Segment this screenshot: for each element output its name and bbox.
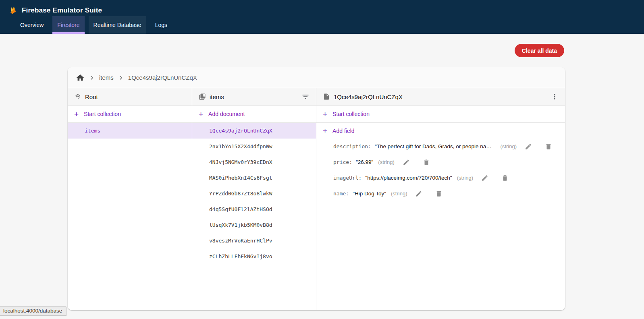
add-document-label: Add document xyxy=(208,111,245,117)
document-list: 1Qce4s9aj2rQLnUnCZqX2nx1bYo15X2X44dfpnWw… xyxy=(192,123,316,264)
chevron-right-icon xyxy=(88,74,96,82)
document-list-item[interactable]: YrPZdd0Gb87Zt8o8lwkW xyxy=(192,186,316,201)
root-panel: Root + Start collection items xyxy=(68,88,192,310)
add-icon: + xyxy=(323,127,327,135)
filter-documents-button[interactable] xyxy=(301,92,310,102)
delete-field-button[interactable] xyxy=(544,142,553,151)
document-list-item[interactable]: zCLhZhLLFhEkNGvIj8vo xyxy=(192,249,316,264)
field-row: price:"26.99"(string) xyxy=(316,154,565,170)
field-row: description:"The perfect gift for Dads, … xyxy=(316,139,565,154)
tab-label: Firestore xyxy=(57,22,79,28)
root-panel-title: Root xyxy=(85,93,98,100)
tab-overview[interactable]: Overview xyxy=(15,16,48,34)
field-name: name: xyxy=(333,191,349,197)
start-collection-button[interactable]: + Start collection xyxy=(68,106,192,123)
document-list-item[interactable]: lUsqXk7V1jkb5KM0vB8d xyxy=(192,217,316,233)
trash-icon xyxy=(423,159,430,166)
tab-firestore[interactable]: Firestore xyxy=(52,16,84,34)
firestore-icon xyxy=(74,93,81,100)
document-list-item[interactable]: v8veszMrVoKaEnrHClPv xyxy=(192,233,316,249)
field-value: "Hip Dog Toy" xyxy=(353,191,386,197)
delete-field-button[interactable] xyxy=(434,189,443,198)
add-icon: + xyxy=(74,110,79,118)
add-field-button[interactable]: + Add field xyxy=(316,123,565,139)
edit-icon xyxy=(481,174,488,182)
add-icon: + xyxy=(323,110,327,118)
field-value: "https://placeimg.com/720/700/tech" xyxy=(365,175,452,181)
field-row: imageUrl:"https://placeimg.com/720/700/t… xyxy=(316,170,565,186)
collection-list-item[interactable]: items xyxy=(68,123,192,139)
edit-icon xyxy=(525,143,532,150)
document-menu-button[interactable] xyxy=(550,92,559,102)
breadcrumb-segment[interactable]: 1Qce4s9aj2rQLnUnCZqX xyxy=(128,74,197,81)
trash-icon xyxy=(501,174,509,182)
edit-field-button[interactable] xyxy=(480,174,489,182)
collection-icon xyxy=(199,93,206,100)
document-panel-title: 1Qce4s9aj2rQLnUnCZqX xyxy=(334,93,403,100)
chevron-right-icon xyxy=(117,74,125,82)
tab-label: Logs xyxy=(155,22,167,28)
tab-realtime-database[interactable]: Realtime Database xyxy=(89,16,146,34)
collection-panel-header: items xyxy=(192,88,316,106)
delete-field-button[interactable] xyxy=(501,174,509,182)
field-type-label: (string) xyxy=(378,159,394,165)
trash-icon xyxy=(435,190,442,197)
start-collection-label: Start collection xyxy=(84,111,121,117)
filter-icon xyxy=(301,93,310,101)
app-header: Firebase Emulator Suite OverviewFirestor… xyxy=(0,0,644,34)
edit-field-button[interactable] xyxy=(524,142,533,151)
home-icon xyxy=(76,73,85,82)
app-title: Firebase Emulator Suite xyxy=(22,6,102,14)
edit-icon xyxy=(415,190,422,197)
edit-field-button[interactable] xyxy=(414,189,423,198)
doc-start-collection-label: Start collection xyxy=(332,111,370,117)
collection-panel: items + Add document 1Qce4s9aj2rQLnUnCZq… xyxy=(192,88,316,310)
field-type-label: (string) xyxy=(457,175,473,181)
document-list-item[interactable]: 4NJvj5NGMv0rY39cEDnX xyxy=(192,154,316,170)
field-row: name:"Hip Dog Toy"(string) xyxy=(316,186,565,201)
delete-field-button[interactable] xyxy=(422,158,431,167)
root-panel-header: Root xyxy=(68,88,192,106)
tab-logs[interactable]: Logs xyxy=(150,16,172,34)
add-document-button[interactable]: + Add document xyxy=(192,106,316,123)
document-panel-header: 1Qce4s9aj2rQLnUnCZqX xyxy=(316,88,565,106)
firebase-logo-icon xyxy=(9,6,17,14)
firestore-browser-card: items1Qce4s9aj2rQLnUnCZqX Root + Start c… xyxy=(68,67,565,310)
breadcrumb-home-button[interactable] xyxy=(76,73,85,82)
add-field-label: Add field xyxy=(332,128,354,134)
field-type-label: (string) xyxy=(501,143,517,149)
document-icon xyxy=(323,93,330,100)
document-panel: 1Qce4s9aj2rQLnUnCZqX + Start collection … xyxy=(316,88,565,310)
field-name: price: xyxy=(333,159,352,165)
kebab-menu-icon xyxy=(551,93,559,101)
active-tab-underline xyxy=(52,32,84,34)
edit-field-button[interactable] xyxy=(402,158,411,167)
trash-icon xyxy=(545,143,552,150)
field-name: imageUrl: xyxy=(333,175,361,181)
add-icon: + xyxy=(199,110,203,118)
document-list-item[interactable]: d4q5SqfU0Fl2lAZtHSOd xyxy=(192,201,316,217)
field-list: description:"The perfect gift for Dads, … xyxy=(316,139,565,201)
document-list-item[interactable]: 2nx1bYo15X2X44dfpnWw xyxy=(192,139,316,154)
clear-all-data-button[interactable]: Clear all data xyxy=(515,44,564,57)
tab-label: Realtime Database xyxy=(93,22,141,28)
collection-list: items xyxy=(68,123,192,139)
field-value: "26.99" xyxy=(356,159,373,165)
field-type-label: (string) xyxy=(391,191,407,197)
breadcrumb-segment[interactable]: items xyxy=(99,74,114,81)
edit-icon xyxy=(403,159,410,166)
field-value: "The perfect gift for Dads, Grads, or pe… xyxy=(375,143,496,149)
breadcrumb: items1Qce4s9aj2rQLnUnCZqX xyxy=(68,67,565,88)
status-url-tooltip: localhost:4000/database xyxy=(0,306,66,316)
tab-label: Overview xyxy=(20,22,44,28)
collection-panel-title: items xyxy=(210,93,224,100)
doc-start-collection-button[interactable]: + Start collection xyxy=(316,106,565,123)
document-list-item[interactable]: 1Qce4s9aj2rQLnUnCZqX xyxy=(192,123,316,139)
field-name: description: xyxy=(333,143,371,149)
nav-tabs: OverviewFirestoreRealtime DatabaseLogs xyxy=(0,16,644,34)
document-list-item[interactable]: MAS0iPhebXnI4Cs6Fsgt xyxy=(192,170,316,186)
